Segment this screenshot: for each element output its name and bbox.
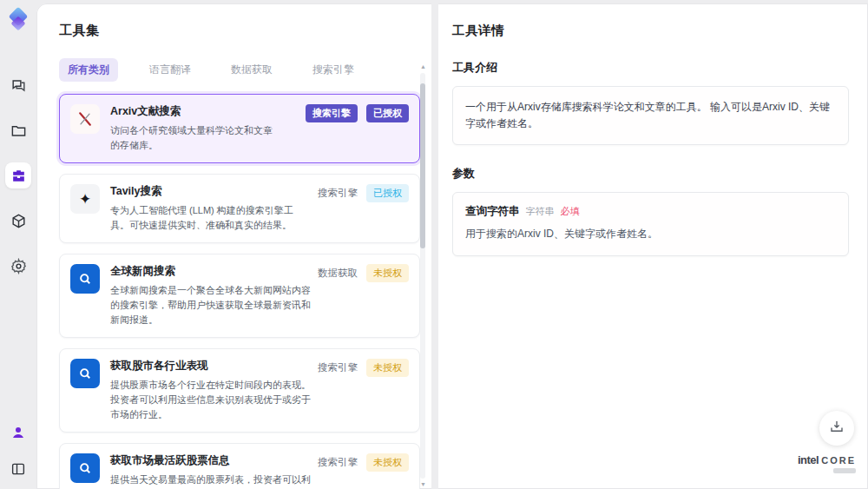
intro-heading: 工具介绍 — [452, 60, 849, 76]
tool-name: Arxiv文献搜索 — [110, 104, 279, 119]
category-label: 搜索引擎 — [318, 187, 358, 200]
category-label: 搜索引擎 — [318, 361, 358, 374]
blue-search-logo-icon — [70, 264, 100, 294]
sidebar-item-tools[interactable] — [5, 162, 31, 188]
intel-core-logo: intel CORE — [798, 453, 856, 473]
list-scrollbar[interactable]: ▲ ▼ — [419, 64, 426, 487]
param-required-flag: 必填 — [561, 205, 580, 218]
tool-card-global-news[interactable]: 全球新闻搜索 全球新闻搜索是一个聚合全球各大新闻网站内容的搜索引擎，帮助用户快速… — [59, 254, 420, 338]
scrollbar-thumb[interactable] — [420, 83, 425, 248]
brand-sub-mark — [833, 468, 856, 473]
category-tabs: 所有类别 语言翻译 数据获取 搜索引擎 — [59, 58, 431, 82]
parameter-card: 查询字符串 字符串 必填 用于搜索的Arxiv ID、关键字或作者姓名。 — [452, 192, 849, 256]
tool-name: Tavily搜索 — [110, 184, 312, 199]
tool-description: 提供当天交易量最高的股票列表，投资者可以利用这些信息来识别流动性强的股票和潜在的… — [110, 472, 312, 489]
arxiv-logo-icon — [70, 104, 100, 134]
tab-language-translation[interactable]: 语言翻译 — [141, 58, 200, 82]
sidebar-item-chat[interactable] — [5, 72, 31, 98]
tab-all-categories[interactable]: 所有类别 — [59, 58, 118, 82]
sidebar-item-files[interactable] — [5, 117, 31, 143]
page-title: 工具集 — [59, 23, 431, 39]
auth-status-badge: 未授权 — [366, 453, 409, 472]
auth-status-badge: 未授权 — [366, 264, 409, 282]
settings-icon — [10, 258, 27, 274]
main-surface: 工具集 所有类别 语言翻译 数据获取 搜索引擎 Arxiv文献搜索 访问各个研究… — [36, 3, 868, 489]
tool-description: 提供股票市场各个行业在特定时间段内的表现。投资者可以利用这些信息来识别表现优于或… — [110, 378, 312, 422]
app-logo — [5, 8, 31, 34]
param-type: 字符串 — [526, 205, 555, 218]
tool-list: Arxiv文献搜索 访问各个研究领域大量科学论文和文章的存储库。 搜索引擎 已授… — [59, 94, 420, 489]
user-icon — [10, 425, 26, 440]
blue-search-logo-icon — [70, 359, 100, 388]
tool-card-stock-sectors[interactable]: 获取股市各行业表现 提供股票市场各个行业在特定时间段内的表现。投资者可以利用这些… — [59, 348, 420, 433]
tool-card-tavily[interactable]: ✦ Tavily搜索 专为人工智能代理 (LLM) 构建的搜索引擎工具。可快速提… — [59, 174, 420, 243]
tool-name: 全球新闻搜索 — [110, 264, 312, 279]
sidebar-item-models[interactable] — [5, 208, 31, 234]
scroll-up-icon[interactable]: ▲ — [420, 64, 425, 69]
category-label: 数据获取 — [318, 267, 358, 280]
tool-description: 全球新闻搜索是一个聚合全球各大新闻网站内容的搜索引擎，帮助用户快速获取全球最新资… — [110, 283, 312, 327]
auth-status-badge: 未授权 — [366, 359, 409, 377]
blue-search-logo-icon — [70, 453, 100, 483]
params-heading: 参数 — [452, 166, 849, 182]
tool-description: 专为人工智能代理 (LLM) 构建的搜索引擎工具。可快速提供实时、准确和真实的结… — [110, 203, 312, 233]
folder-icon — [10, 122, 27, 139]
toolbox-icon — [10, 168, 27, 184]
sparkle-logo-icon: ✦ — [70, 184, 100, 214]
sidebar-item-account[interactable] — [5, 420, 31, 446]
param-name: 查询字符串 — [465, 204, 520, 219]
download-icon — [829, 419, 845, 438]
tab-data-fetch[interactable]: 数据获取 — [222, 58, 281, 82]
auth-status-badge: 已授权 — [366, 184, 409, 202]
tool-list-pane: 工具集 所有类别 语言翻译 数据获取 搜索引擎 Arxiv文献搜索 访问各个研究… — [36, 3, 431, 489]
tab-search-engine[interactable]: 搜索引擎 — [304, 58, 363, 82]
tool-description: 访问各个研究领域大量科学论文和文章的存储库。 — [110, 123, 279, 153]
scroll-down-icon[interactable]: ▼ — [420, 482, 425, 487]
category-badge: 搜索引擎 — [306, 104, 358, 122]
panel-toggle-icon — [10, 461, 26, 477]
tool-card-active-stocks[interactable]: 获取市场最活跃股票信息 提供当天交易量最高的股票列表，投资者可以利用这些信息来识… — [59, 443, 420, 489]
download-button[interactable] — [819, 411, 854, 446]
tool-detail-pane: 工具详情 工具介绍 一个用于从Arxiv存储库搜索科学论文和文章的工具。 输入可… — [438, 3, 868, 489]
tool-name: 获取股市各行业表现 — [110, 359, 312, 373]
detail-title: 工具详情 — [452, 23, 849, 39]
category-label: 搜索引擎 — [318, 456, 358, 469]
pane-divider — [431, 3, 438, 489]
brand-intel: intel — [798, 453, 819, 466]
param-description: 用于搜索的Arxiv ID、关键字或作者姓名。 — [465, 227, 836, 241]
left-sidebar — [0, 0, 36, 489]
chat-icon — [10, 77, 27, 94]
tool-name: 获取市场最活跃股票信息 — [110, 453, 312, 468]
brand-core: CORE — [821, 455, 856, 466]
auth-status-badge: 已授权 — [366, 104, 409, 122]
cube-icon — [10, 213, 27, 229]
sidebar-item-collapse[interactable] — [5, 456, 31, 482]
sidebar-item-settings[interactable] — [5, 253, 31, 279]
tool-intro-box: 一个用于从Arxiv存储库搜索科学论文和文章的工具。 输入可以是Arxiv ID… — [452, 86, 849, 145]
tool-card-arxiv[interactable]: Arxiv文献搜索 访问各个研究领域大量科学论文和文章的存储库。 搜索引擎 已授… — [59, 94, 420, 163]
